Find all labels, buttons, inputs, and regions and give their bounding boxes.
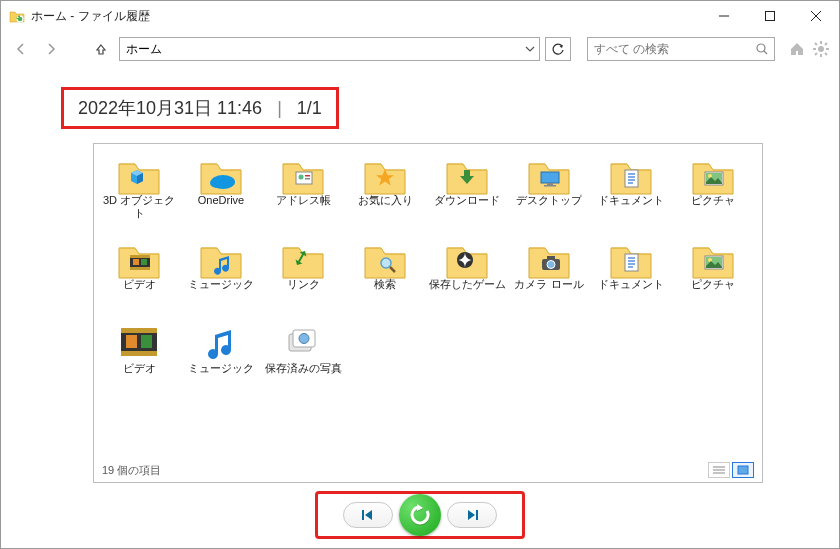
file-label: 検索 xyxy=(374,278,396,291)
file-item[interactable]: ドキュメント xyxy=(590,154,672,238)
svg-point-17 xyxy=(210,178,224,188)
refresh-button[interactable] xyxy=(545,37,571,61)
file-label: リンク xyxy=(287,278,320,291)
file-item[interactable]: 3D オブジェクト xyxy=(98,154,180,238)
file-item[interactable]: 保存したゲーム xyxy=(426,238,508,322)
favorites-icon xyxy=(361,154,409,194)
svg-point-7 xyxy=(818,46,824,52)
file-item[interactable]: ドキュメント xyxy=(590,238,672,322)
file-item[interactable]: お気に入り xyxy=(344,154,426,238)
version-page: 1/1 xyxy=(297,98,322,118)
musiclib-icon xyxy=(197,322,245,362)
file-label: アドレス帳 xyxy=(276,194,331,207)
file-item[interactable]: ミュージック xyxy=(180,322,262,406)
forward-button[interactable] xyxy=(39,37,63,61)
documents-icon xyxy=(607,154,655,194)
up-button[interactable] xyxy=(89,37,113,61)
searchfolder-icon xyxy=(361,238,409,278)
file-label: 保存したゲーム xyxy=(429,278,506,291)
file-item[interactable]: OneDrive xyxy=(180,154,262,238)
savedphotos-icon xyxy=(279,322,327,362)
version-header: 2022年10月31日 11:46 | 1/1 xyxy=(61,87,339,129)
address-bar[interactable] xyxy=(119,37,540,61)
svg-point-42 xyxy=(547,261,555,269)
app-icon xyxy=(9,8,25,24)
file-item[interactable]: ビデオ xyxy=(98,322,180,406)
documents-icon xyxy=(607,238,655,278)
home-icon[interactable] xyxy=(787,39,807,59)
svg-rect-23 xyxy=(547,183,553,185)
svg-rect-52 xyxy=(121,328,157,333)
control-bar xyxy=(315,491,525,539)
item-count: 19 個の項目 xyxy=(102,463,708,478)
svg-rect-34 xyxy=(130,255,150,258)
navbar xyxy=(1,31,839,67)
svg-rect-41 xyxy=(547,256,555,260)
file-label: カメラ ロール xyxy=(514,278,583,291)
svg-rect-2 xyxy=(766,12,775,21)
pictures-icon xyxy=(689,154,737,194)
cameraroll-icon xyxy=(525,238,573,278)
back-button[interactable] xyxy=(9,37,33,61)
file-item[interactable]: ミュージック xyxy=(180,238,262,322)
downloads-icon xyxy=(443,154,491,194)
svg-line-14 xyxy=(825,43,827,45)
svg-rect-37 xyxy=(141,259,147,265)
videoslib-icon xyxy=(115,322,163,362)
file-item[interactable]: アドレス帳 xyxy=(262,154,344,238)
file-label: 3D オブジェクト xyxy=(100,194,178,220)
gear-icon[interactable] xyxy=(811,39,831,59)
file-label: ピクチャ xyxy=(691,278,735,291)
svg-rect-24 xyxy=(544,185,556,187)
file-label: デスクトップ xyxy=(516,194,582,207)
svg-rect-54 xyxy=(126,335,137,348)
file-label: ドキュメント xyxy=(598,278,664,291)
musicfolder-icon xyxy=(197,238,245,278)
file-label: 保存済みの写真 xyxy=(265,362,342,375)
file-item[interactable]: カメラ ロール xyxy=(508,238,590,322)
file-item[interactable]: ピクチャ xyxy=(672,154,754,238)
restore-button[interactable] xyxy=(399,494,441,536)
svg-rect-25 xyxy=(625,170,638,187)
svg-rect-20 xyxy=(305,175,310,177)
links-icon xyxy=(279,238,327,278)
file-label: お気に入り xyxy=(358,194,413,207)
file-label: ピクチャ xyxy=(691,194,735,207)
videosfolder-icon xyxy=(115,238,163,278)
details-view-button[interactable] xyxy=(708,462,730,478)
next-version-button[interactable] xyxy=(447,502,497,528)
file-label: ミュージック xyxy=(188,278,254,291)
svg-line-15 xyxy=(815,53,817,55)
file-item[interactable]: デスクトップ xyxy=(508,154,590,238)
svg-line-6 xyxy=(764,51,767,54)
svg-rect-36 xyxy=(133,259,139,265)
file-label: OneDrive xyxy=(198,194,244,207)
file-item[interactable]: リンク xyxy=(262,238,344,322)
address-input[interactable] xyxy=(120,42,519,56)
icons-view-button[interactable] xyxy=(732,462,754,478)
search-icon[interactable] xyxy=(750,42,774,56)
svg-rect-43 xyxy=(625,254,638,271)
file-item[interactable]: ビデオ xyxy=(98,238,180,322)
file-item[interactable]: 検索 xyxy=(344,238,426,322)
maximize-button[interactable] xyxy=(747,1,793,31)
previous-version-button[interactable] xyxy=(343,502,393,528)
desktop-icon xyxy=(525,154,573,194)
svg-rect-62 xyxy=(738,466,748,474)
pictures-icon xyxy=(689,238,737,278)
search-input[interactable] xyxy=(588,42,750,56)
onedrive-icon xyxy=(197,154,245,194)
separator: | xyxy=(277,98,282,118)
search-box[interactable] xyxy=(587,37,775,61)
file-pane: 3D オブジェクトOneDriveアドレス帳お気に入りダウンロードデスクトップド… xyxy=(93,143,763,483)
close-button[interactable] xyxy=(793,1,839,31)
window-title: ホーム - ファイル履歴 xyxy=(31,8,701,25)
file-item[interactable]: ダウンロード xyxy=(426,154,508,238)
file-item[interactable]: ピクチャ xyxy=(672,238,754,322)
file-item[interactable]: 保存済みの写真 xyxy=(262,322,344,406)
address-dropdown-icon[interactable] xyxy=(519,44,539,54)
file-label: ダウンロード xyxy=(434,194,500,207)
svg-rect-21 xyxy=(305,178,310,180)
minimize-button[interactable] xyxy=(701,1,747,31)
games-icon xyxy=(443,238,491,278)
